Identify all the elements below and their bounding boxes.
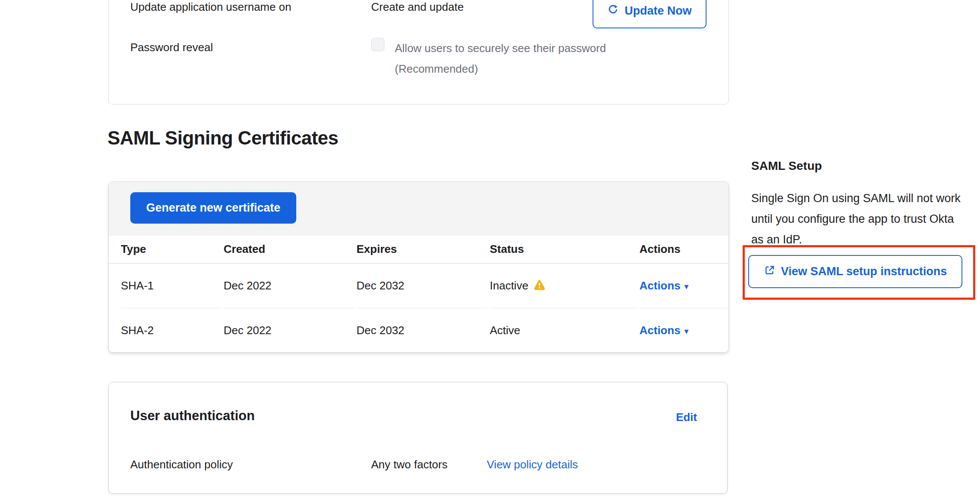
password-reveal-checkbox[interactable]: [371, 38, 384, 51]
cell-type: SHA-1: [121, 264, 221, 308]
certificates-panel: Generate new certificate Type Created Ex…: [108, 181, 729, 353]
certificates-toolbar: Generate new certificate: [109, 182, 728, 235]
user-authentication-card: User authentication Edit Authentication …: [108, 382, 728, 494]
actions-label: Actions: [639, 279, 680, 292]
table-row: SHA-2 Dec 2022 Dec 2032 Active Actions ▾: [109, 308, 728, 353]
username-update-label: Update application username on: [130, 0, 291, 14]
certificates-table-header: Type Created Expires Status Actions: [109, 235, 728, 264]
generate-new-certificate-button[interactable]: Generate new certificate: [130, 192, 296, 224]
actions-label: Actions: [639, 324, 680, 337]
authentication-policy-value: Any two factors: [371, 458, 448, 471]
okta-app-sign-on-page: Update application username on Create an…: [0, 0, 980, 498]
actions-dropdown[interactable]: Actions ▾: [639, 324, 688, 337]
username-update-value: Create and update: [371, 0, 464, 14]
col-header-status: Status: [490, 243, 637, 256]
caret-down-icon: ▾: [684, 282, 688, 291]
update-now-label: Update Now: [624, 4, 691, 18]
password-reveal-label: Password reveal: [130, 41, 213, 54]
cell-actions: Actions ▾: [639, 308, 728, 353]
warning-icon: [534, 279, 545, 293]
cell-created: Dec 2022: [224, 264, 354, 308]
view-saml-setup-instructions-button[interactable]: View SAML setup instructions: [748, 255, 962, 288]
status-text: Active: [490, 324, 520, 337]
saml-setup-heading: SAML Setup: [751, 159, 822, 173]
cell-status: Active: [490, 308, 637, 353]
cell-status: Inactive: [490, 264, 637, 308]
cell-created: Dec 2022: [224, 308, 354, 353]
cell-type: SHA-2: [121, 308, 221, 353]
view-policy-details-link[interactable]: View policy details: [487, 458, 578, 471]
edit-link[interactable]: Edit: [676, 411, 697, 424]
provisioning-settings-card: Update application username on Create an…: [108, 0, 729, 105]
status-text: Inactive: [490, 279, 528, 292]
saml-signing-certificates-heading: SAML Signing Certificates: [108, 127, 338, 149]
table-row: SHA-1 Dec 2022 Dec 2032 Inactive Actions…: [109, 264, 728, 308]
caret-down-icon: ▾: [684, 327, 688, 335]
saml-setup-description: Single Sign On using SAML will not work …: [751, 188, 966, 250]
authentication-policy-label: Authentication policy: [130, 458, 233, 471]
col-header-actions: Actions: [639, 243, 728, 256]
col-header-created: Created: [224, 243, 354, 256]
col-header-expires: Expires: [356, 243, 487, 256]
external-link-icon: [764, 264, 775, 279]
user-authentication-heading: User authentication: [130, 408, 255, 424]
cell-expires: Dec 2032: [356, 264, 487, 308]
update-now-button[interactable]: Update Now: [593, 0, 707, 28]
password-reveal-checkbox-label: Allow users to securely see their passwo…: [395, 38, 653, 79]
view-saml-setup-label: View SAML setup instructions: [781, 265, 947, 278]
refresh-icon: [607, 4, 619, 18]
cell-expires: Dec 2032: [356, 308, 487, 353]
col-header-type: Type: [121, 243, 221, 256]
cell-actions: Actions ▾: [639, 264, 728, 308]
actions-dropdown[interactable]: Actions ▾: [639, 279, 688, 292]
